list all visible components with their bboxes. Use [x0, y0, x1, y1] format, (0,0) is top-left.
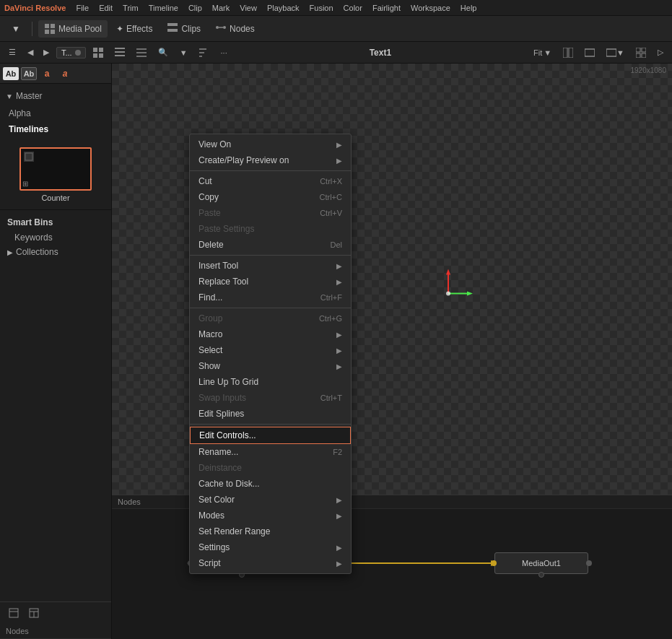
alpha-item[interactable]: Alpha — [0, 105, 111, 121]
svg-rect-2 — [45, 30, 49, 34]
viewer-overflow-btn[interactable]: ▷ — [653, 45, 668, 61]
ctx-item-edit-splines[interactable]: Edit Splines — [190, 406, 351, 422]
menu-color[interactable]: Color — [344, 4, 362, 12]
ctx-shortcut-label: Ctrl+T — [320, 394, 342, 402]
clips-label: Clips — [181, 24, 201, 34]
menu-fusion[interactable]: Fusion — [310, 4, 333, 12]
ctx-item-label: Modes — [198, 510, 224, 521]
app-dropdown[interactable]: ▼ — [6, 21, 26, 37]
alpha-label: Alpha — [9, 108, 31, 118]
svg-rect-12 — [99, 53, 103, 58]
sidebar-btn-1[interactable] — [6, 605, 22, 621]
ctx-item-create-play-preview-on[interactable]: Create/Play Preview on▶ — [190, 152, 351, 168]
ctx-item-cut[interactable]: CutCtrl+X — [190, 173, 351, 189]
svg-rect-24 — [585, 49, 595, 56]
ctx-item-label: Replace Tool — [198, 277, 248, 287]
ctx-submenu-arrow-icon: ▶ — [336, 262, 342, 270]
menu-timeline[interactable]: Timeline — [149, 4, 178, 12]
viewer-dropdown-btn[interactable]: Fit ▼ — [529, 45, 556, 61]
ctx-item-set-render-range[interactable]: Set Render Range — [190, 523, 351, 539]
effects-btn[interactable]: ✦ Effects — [110, 21, 158, 37]
timelines-item[interactable]: Timelines — [0, 121, 111, 137]
mediaout-node-label: MediaOut1 — [522, 559, 561, 568]
ctx-item-modes[interactable]: Modes▶ — [190, 508, 351, 523]
menu-fairlight[interactable]: Fairlight — [372, 4, 401, 12]
ctx-item-select[interactable]: Select▶ — [190, 342, 351, 358]
menu-file[interactable]: File — [76, 4, 89, 12]
nav-forward-btn[interactable]: ▶ — [39, 45, 53, 61]
smart-bins-header: Smart Bins — [0, 214, 111, 230]
breadcrumb-text: T... — [61, 48, 72, 57]
menu-mark[interactable]: Mark — [212, 4, 230, 12]
svg-rect-5 — [167, 29, 178, 32]
ctx-item-show[interactable]: Show▶ — [190, 358, 351, 374]
text-styles-bar: Ab Ab a a — [0, 64, 111, 84]
search-dropdown-btn[interactable]: ▼ — [175, 45, 192, 61]
list-view-btn[interactable] — [110, 45, 129, 61]
ctx-item-label: Cache to Disk... — [198, 479, 260, 489]
ctx-item-rename---[interactable]: Rename...F2 — [190, 444, 351, 460]
more-options-btn[interactable]: ··· — [217, 45, 232, 61]
counter-thumbnail[interactable]: ⊞ — [19, 147, 92, 191]
ctx-item-macro[interactable]: Macro▶ — [190, 326, 351, 342]
text-style-outline[interactable]: Ab — [21, 67, 37, 80]
sidebar-toggle-btn[interactable]: ☰ — [4, 45, 20, 61]
viewer-grid-btn[interactable] — [632, 45, 650, 61]
ctx-item-set-color[interactable]: Set Color▶ — [190, 492, 351, 508]
ctx-item-cache-to-disk---[interactable]: Cache to Disk... — [190, 476, 351, 492]
lines-view-btn[interactable] — [132, 45, 151, 61]
ctx-separator-10 — [190, 308, 351, 308]
sort-btn[interactable] — [195, 45, 214, 61]
recording-indicator — [75, 50, 81, 56]
menu-view[interactable]: View — [240, 4, 257, 12]
menu-help[interactable]: Help — [461, 4, 477, 12]
effects-icon: ✦ — [116, 24, 123, 34]
ctx-shortcut-label: Ctrl+C — [320, 193, 342, 201]
text-style-red2[interactable]: a — [57, 67, 73, 80]
clips-btn[interactable]: Clips — [161, 19, 206, 38]
smart-bins-section: Smart Bins Keywords ▶ Collections — [0, 209, 111, 264]
ctx-item-insert-tool[interactable]: Insert Tool▶ — [190, 258, 351, 274]
ctx-item-label: Paste Settings — [198, 224, 254, 234]
svg-rect-15 — [115, 55, 125, 56]
breadcrumb-label: T... — [56, 47, 86, 58]
viewer-layout-btn[interactable] — [559, 45, 577, 61]
svg-rect-29 — [642, 53, 646, 58]
keywords-item[interactable]: Keywords — [0, 230, 111, 245]
menu-clip[interactable]: Clip — [188, 4, 202, 12]
sidebar-btn-2[interactable] — [26, 605, 42, 621]
ctx-item-script[interactable]: Script▶ — [190, 555, 351, 571]
search-btn[interactable]: 🔍 — [154, 45, 173, 61]
viewer-aspect-btn[interactable] — [580, 45, 599, 61]
ctx-item-replace-tool[interactable]: Replace Tool▶ — [190, 274, 351, 290]
mediaout-node[interactable]: MediaOut1 — [494, 552, 588, 574]
ctx-submenu-arrow-icon: ▶ — [336, 362, 342, 370]
viewer-more-btn[interactable]: ▼ — [602, 45, 629, 61]
grid-view-btn[interactable] — [89, 45, 108, 61]
nodes-btn[interactable]: Nodes — [209, 19, 261, 38]
menu-workspace[interactable]: Workspace — [411, 4, 450, 12]
ctx-item-delete[interactable]: DeleteDel — [190, 237, 351, 253]
ctx-item-find---[interactable]: Find...Ctrl+F — [190, 290, 351, 305]
viewer-controls: Fit ▼ ▼ ▷ — [529, 45, 668, 61]
ctx-item-edit-controls---[interactable]: Edit Controls... — [190, 427, 351, 444]
nav-back-btn[interactable]: ◀ — [23, 45, 38, 61]
menu-edit[interactable]: Edit — [99, 4, 113, 12]
ctx-item-label: Group — [198, 313, 222, 323]
media-pool-btn[interactable]: Media Pool — [38, 20, 108, 38]
text-style-red1[interactable]: a — [39, 67, 55, 80]
master-bin[interactable]: ▼ Master — [0, 87, 111, 105]
ctx-item-copy[interactable]: CopyCtrl+C — [190, 189, 351, 205]
ctx-item-settings[interactable]: Settings▶ — [190, 539, 351, 555]
ctx-item-paste: PasteCtrl+V — [190, 205, 351, 221]
menu-davinci[interactable]: DaVinci Resolve — [4, 4, 66, 12]
ctx-item-line-up-to-grid[interactable]: Line Up To Grid — [190, 374, 351, 390]
text-style-white[interactable]: Ab — [3, 67, 19, 80]
svg-rect-1 — [51, 24, 55, 28]
ctx-item-view-on[interactable]: View On▶ — [190, 136, 351, 152]
collections-item[interactable]: ▶ Collections — [0, 245, 111, 259]
menu-playback[interactable]: Playback — [267, 4, 300, 12]
menu-trim[interactable]: Trim — [123, 4, 139, 12]
nodes-section-header: Nodes — [0, 624, 111, 639]
nodes-label: Nodes — [230, 24, 255, 34]
